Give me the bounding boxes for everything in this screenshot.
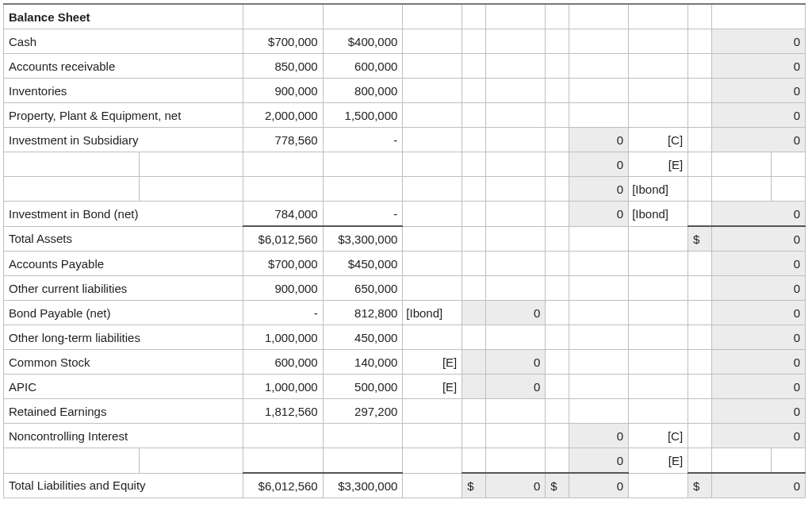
row-label: Cash	[4, 29, 243, 54]
row-total-assets: Total Assets $6,012,560 $3,300,000 $ 0	[4, 226, 806, 252]
row-ar: Accounts receivable 850,000 600,000 0	[4, 54, 806, 79]
row-investment-bond: Investment in Bond (net) 784,000 - 0 [Ib…	[4, 202, 806, 227]
row-other-lt-liabilities: Other long-term liabilities 1,000,000 45…	[4, 325, 806, 350]
section-header: Balance Sheet	[4, 4, 806, 29]
row-inventories: Inventories 900,000 800,000 0	[4, 79, 806, 103]
row-bond-payable: Bond Payable (net) - 812,800 [Ibond] 0 0	[4, 301, 806, 325]
row-ppe: Property, Plant & Equipment, net 2,000,0…	[4, 103, 806, 128]
row-common-stock: Common Stock 600,000 140,000 [E] 0 0	[4, 350, 806, 375]
balance-sheet-table: Balance Sheet Cash $700,000 $400,000 0 A…	[3, 3, 806, 498]
row-blank-3: 0 [E]	[4, 448, 806, 474]
row-accounts-payable: Accounts Payable $700,000 $450,000 0	[4, 252, 806, 276]
row-blank-1: 0 [E]	[4, 152, 806, 177]
row-blank-2: 0 [Ibond]	[4, 177, 806, 202]
row-other-current-liabilities: Other current liabilities 900,000 650,00…	[4, 276, 806, 301]
row-retained-earnings: Retained Earnings 1,812,560 297,200 0	[4, 399, 806, 424]
row-total-liabilities-equity: Total Liabilities and Equity $6,012,560 …	[4, 473, 806, 498]
section-title: Balance Sheet	[4, 4, 243, 29]
row-investment-subsidiary: Investment in Subsidiary 778,560 - 0 [C]…	[4, 128, 806, 152]
row-cash: Cash $700,000 $400,000 0	[4, 29, 806, 54]
row-noncontrolling-interest: Noncontrolling Interest 0 [C] 0	[4, 424, 806, 448]
row-apic: APIC 1,000,000 500,000 [E] 0 0	[4, 375, 806, 399]
